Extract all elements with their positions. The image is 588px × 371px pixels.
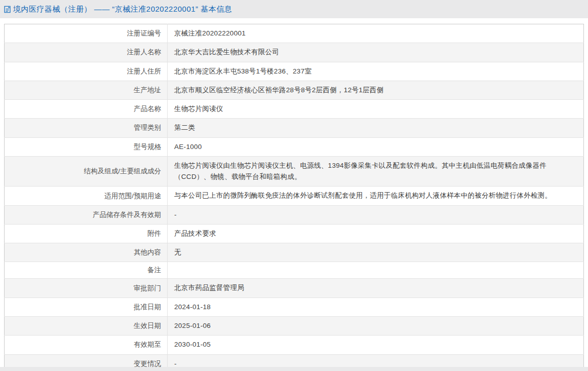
- row-label: 生效日期: [134, 322, 161, 329]
- row-value: 北京市药品监督管理局: [174, 284, 244, 291]
- table-row: 生产地址 北京市顺义区临空经济核心区裕华路28号8号2层西侧，12号1层西侧: [5, 81, 584, 99]
- table-row: 产品名称 生物芯片阅读仪: [5, 100, 584, 119]
- row-value: 产品技术要求: [174, 230, 216, 237]
- row-value: 无: [174, 248, 181, 256]
- row-label: 有效期至: [134, 341, 161, 348]
- row-value: 与本公司已上市的微阵列酶联免疫法的体外诊断试剂配套使用，适用于临床机构对人液体样…: [174, 192, 552, 199]
- row-value: 生物芯片阅读仪: [174, 105, 223, 113]
- table-row: 批准日期 2024-01-18: [5, 298, 584, 316]
- table-row: 注册人名称 北京华大吉比爱生物技术有限公司: [5, 43, 584, 62]
- row-label: 其他内容: [134, 248, 161, 256]
- table-row: 审批部门 北京市药品监督管理局: [5, 279, 584, 298]
- row-value: 京械注准20202220001: [174, 29, 246, 37]
- row-label: 注册证编号: [127, 29, 162, 37]
- row-label: 产品名称: [134, 105, 161, 113]
- registration-info-section: 注册证编号 京械注准20202220001 注册人名称 北京华大吉比爱生物技术有…: [0, 18, 588, 371]
- row-label: 附件: [147, 230, 161, 237]
- row-value: -: [174, 360, 177, 367]
- row-label: 注册人住所: [127, 67, 162, 75]
- table-row: 生效日期 2025-01-06: [5, 316, 584, 335]
- table-row: 其他内容 无: [5, 243, 584, 262]
- table-row: 有效期至 2030-01-05: [5, 336, 584, 354]
- row-value: 2030-01-05: [174, 341, 211, 348]
- row-label: 批准日期: [134, 303, 161, 311]
- row-label: 产品储存条件及有效期: [93, 211, 161, 218]
- row-label: 管理类别: [134, 124, 161, 131]
- row-value: 北京华大吉比爱生物技术有限公司: [174, 48, 279, 56]
- row-label: 生产地址: [134, 86, 161, 94]
- row-label: 型号规格: [134, 143, 161, 151]
- title-bar: 境内医疗器械（注册） —— “京械注准20202220001” 基本信息: [0, 0, 588, 18]
- table-row: 管理类别 第二类: [5, 119, 584, 137]
- row-label: 审批部门: [134, 284, 161, 292]
- table-row: 注册证编号 京械注准20202220001: [5, 24, 584, 43]
- row-value: 北京市顺义区临空经济核心区裕华路28号8号2层西侧，12号1层西侧: [174, 86, 383, 94]
- row-value: 2025-01-06: [174, 322, 211, 329]
- page-title: 境内医疗器械（注册） —— “京械注准20202220001” 基本信息: [13, 5, 232, 14]
- table-row: 附件 产品技术要求: [5, 224, 584, 243]
- table-row: 型号规格 AE-1000: [5, 137, 584, 156]
- row-value: 2024-01-18: [174, 303, 211, 311]
- row-label: 变更情况: [134, 360, 161, 367]
- table-row: 备注: [5, 262, 584, 279]
- row-value: 第二类: [174, 124, 195, 131]
- row-label: 结构及组成/主要组成成分: [84, 167, 161, 175]
- row-value: AE-1000: [174, 143, 202, 151]
- document-icon: [4, 6, 11, 13]
- row-value: -: [174, 211, 177, 218]
- registration-info-table: 注册证编号 京械注准20202220001 注册人名称 北京华大吉比爱生物技术有…: [4, 24, 584, 371]
- table-row: 产品储存条件及有效期 -: [5, 205, 584, 224]
- bottom-strip: [0, 367, 588, 371]
- row-label: 注册人名称: [127, 48, 162, 56]
- row-label: 备注: [147, 266, 161, 274]
- row-label: 适用范围/预期用途: [104, 192, 161, 200]
- table-row: 结构及组成/主要组成成分 生物芯片阅读仪由生物芯片阅读仪主机、电源线、1394影…: [5, 156, 584, 187]
- table-row: 注册人住所 北京市海淀区永丰屯538号1号楼236、237室: [5, 62, 584, 81]
- row-value: 生物芯片阅读仪由生物芯片阅读仪主机、电源线、1394影像采集卡以及配套软件构成。…: [174, 162, 546, 180]
- table-row: 适用范围/预期用途 与本公司已上市的微阵列酶联免疫法的体外诊断试剂配套使用，适用…: [5, 187, 584, 205]
- row-value: 北京市海淀区永丰屯538号1号楼236、237室: [174, 67, 311, 75]
